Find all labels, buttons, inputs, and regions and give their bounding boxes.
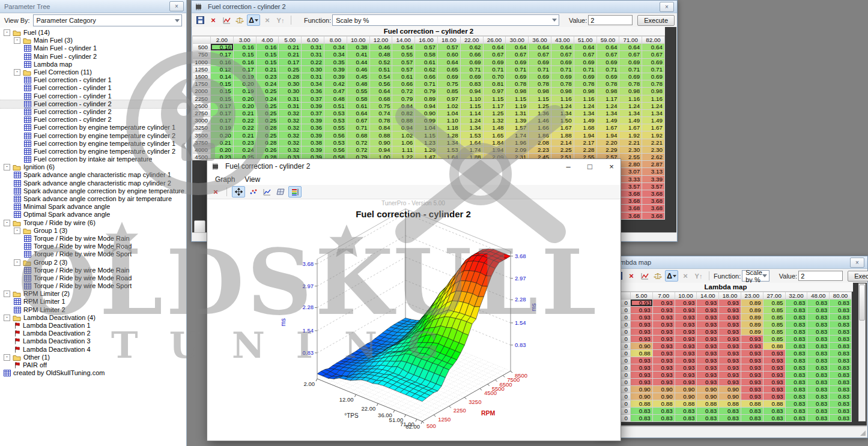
table-cell[interactable]: 0.83 xyxy=(830,321,851,328)
table-cell[interactable]: 0.93 xyxy=(697,357,718,364)
table-cell[interactable]: 0.66 xyxy=(461,51,483,58)
table-cell[interactable]: 0.93 xyxy=(631,300,652,306)
table-cell[interactable]: 0.90 xyxy=(675,393,697,400)
table-cell[interactable]: 1.94 xyxy=(484,146,506,153)
table-cell[interactable]: 0.78 xyxy=(551,80,574,87)
table-cell[interactable]: 0.89 xyxy=(741,321,763,328)
table-cell[interactable]: 0.83 xyxy=(741,408,763,414)
table-cell[interactable]: 0.70 xyxy=(484,73,506,80)
table-cell[interactable]: 0.64 xyxy=(619,44,642,50)
table-cell[interactable]: 1.46 xyxy=(529,117,551,124)
table-cell[interactable]: 0.22 xyxy=(302,59,324,65)
table-cell[interactable]: 0.83 xyxy=(786,357,807,364)
table-cell[interactable]: 0.39 xyxy=(324,73,347,80)
table-cell[interactable]: 0.65 xyxy=(438,66,460,73)
col-header[interactable]: 8.00 xyxy=(324,37,347,43)
tree-item[interactable]: Fuel correction - cylinder 1 xyxy=(0,76,186,84)
table-cell[interactable]: 3.13 xyxy=(642,168,664,175)
tree-item[interactable]: Spark advance angle characteristic map c… xyxy=(0,171,186,179)
table-cell[interactable]: 0.51 xyxy=(370,66,392,73)
table-cell[interactable]: 0.83 xyxy=(631,415,652,421)
table-cell[interactable]: 0.93 xyxy=(741,357,763,364)
expander-icon[interactable]: - xyxy=(4,29,10,36)
table-cell[interactable]: 0.69 xyxy=(619,59,642,65)
table-cell[interactable]: 0.90 xyxy=(675,386,697,393)
tree-item[interactable]: Torque / Ride by wire Mode Rain xyxy=(0,267,186,274)
table-cell[interactable]: 0.71 xyxy=(619,66,642,73)
table-cell[interactable]: 0.83 xyxy=(786,300,807,306)
delta-scale-icon[interactable]: Δ xyxy=(665,270,678,282)
table-cell[interactable]: 0.16 xyxy=(234,59,256,65)
table-cell[interactable]: 0.31 xyxy=(302,51,324,58)
table-cell[interactable]: 0.88 xyxy=(392,117,414,124)
table-cell[interactable]: 0.93 xyxy=(631,336,652,342)
table-cell[interactable]: 0.37 xyxy=(302,110,324,116)
tree-item[interactable]: Lambda Deactivation 3 xyxy=(0,337,186,345)
table-cell[interactable]: 1.86 xyxy=(529,131,551,138)
table-cell[interactable]: 0.48 xyxy=(370,51,392,58)
table-cell[interactable]: 0.90 xyxy=(697,386,718,393)
table-cell[interactable]: 0.15 xyxy=(211,80,233,87)
table-cell[interactable]: 0.61 xyxy=(415,59,437,65)
table-cell[interactable]: 0.20 xyxy=(211,131,233,138)
table-cell[interactable]: 2.17 xyxy=(574,139,596,146)
table-cell[interactable]: 0.83 xyxy=(807,314,829,321)
table-cell[interactable]: 1.74 xyxy=(461,146,483,153)
table-cell[interactable]: 0.83 xyxy=(653,408,675,414)
table-cell[interactable]: 0.57 xyxy=(415,44,437,50)
tree-item[interactable]: Torque / Ride by wire Mode Sport xyxy=(0,282,186,290)
row-header[interactable]: 1250 xyxy=(193,66,210,73)
table-cell[interactable]: 0.60 xyxy=(438,51,460,58)
table-cell[interactable]: 0.93 xyxy=(719,350,741,357)
table-cell[interactable]: 0.15 xyxy=(211,95,233,102)
table-cell[interactable]: 0.21 xyxy=(234,110,256,116)
table-cell[interactable]: 0.90 xyxy=(719,393,741,400)
table-cell[interactable]: 1.53 xyxy=(438,146,460,153)
table-cell[interactable]: 0.93 xyxy=(697,372,718,378)
table-cell[interactable]: 0.90 xyxy=(653,393,675,400)
table-cell[interactable]: 0.83 xyxy=(807,343,829,349)
col-header[interactable]: 6.00 xyxy=(302,37,324,43)
col-header[interactable]: 18.00 xyxy=(719,292,741,299)
table-cell[interactable]: 0.79 xyxy=(392,95,414,102)
expander-icon[interactable]: - xyxy=(4,164,10,170)
table-cell[interactable]: 0.93 xyxy=(741,372,763,378)
table-cell[interactable]: 0.83 xyxy=(830,379,851,385)
table-cell[interactable]: 3.39 xyxy=(642,176,664,182)
table-cell[interactable]: 0.93 xyxy=(697,343,718,349)
table-cell[interactable]: 2.30 xyxy=(619,146,642,153)
close-graph-icon[interactable]: × xyxy=(210,187,222,197)
table-cell[interactable]: 0.83 xyxy=(786,314,807,321)
table-cell[interactable]: 0.90 xyxy=(370,139,392,146)
table-cell[interactable]: 2.87 xyxy=(642,161,664,167)
table-cell[interactable]: 1.16 xyxy=(574,95,596,102)
table-cell[interactable]: 0.83 xyxy=(786,350,807,357)
table-cell[interactable]: 0.83 xyxy=(741,415,763,421)
table-cell[interactable]: 0.31 xyxy=(279,95,301,102)
table-cell[interactable]: 0.93 xyxy=(741,350,763,357)
table-cell[interactable]: 0.83 xyxy=(675,415,697,421)
table-cell[interactable]: 2.09 xyxy=(506,146,528,153)
tree-item[interactable]: Fuel correction - cylinder 2 xyxy=(0,108,186,116)
table-cell[interactable]: 0.25 xyxy=(256,103,279,109)
table-cell[interactable]: 0.69 xyxy=(551,59,574,65)
table-cell[interactable]: 0.93 xyxy=(653,314,675,321)
close-button[interactable]: × xyxy=(850,258,864,268)
tree-item[interactable]: -Torque / Ride by wire (6) xyxy=(0,219,186,227)
table-cell[interactable]: 1.31 xyxy=(506,110,528,116)
table-cell[interactable]: 0.62 xyxy=(415,66,437,73)
table-cell[interactable]: 0.89 xyxy=(741,328,763,335)
tree-item[interactable]: Fuel correction - cylinder 1 xyxy=(0,84,186,92)
table-cell[interactable]: 0.93 xyxy=(741,336,763,342)
table-cell[interactable]: 0.90 xyxy=(631,393,652,400)
table-cell[interactable]: 0.94 xyxy=(415,103,437,109)
surface-plane-icon[interactable] xyxy=(275,187,287,197)
table-cell[interactable]: 0.93 xyxy=(741,393,763,400)
table-cell[interactable]: 1.84 xyxy=(484,139,506,146)
table-cell[interactable]: 0.16 xyxy=(234,44,256,50)
table-cell[interactable]: 1.02 xyxy=(392,131,414,138)
table-cell[interactable]: 0.88 xyxy=(719,400,741,407)
row-header[interactable]: 1000 xyxy=(193,59,210,65)
table-cell[interactable]: 0.56 xyxy=(324,146,347,153)
row-header[interactable]: 1500 xyxy=(193,73,210,80)
